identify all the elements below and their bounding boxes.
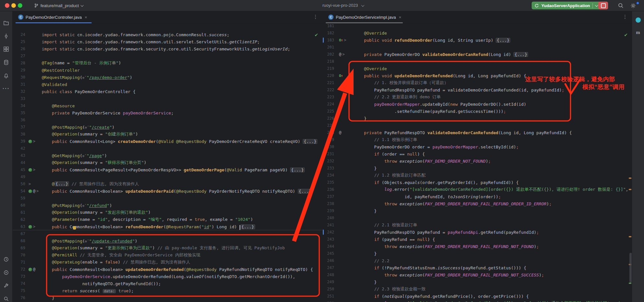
inspections-ok-check-icon[interactable]: ✔ <box>624 32 628 38</box>
code-line[interactable]: 202@> private PayDemoOrderDO validateDem… <box>322 51 632 58</box>
code-line[interactable]: 39> public CommonResult<Long> createDemo… <box>12 138 322 145</box>
code-line[interactable]: 218 <box>322 58 632 65</box>
run-configuration-button[interactable]: YudaoServerApplication <box>532 2 601 9</box>
code-line[interactable]: 248 throw exception(PAY_DEMO_ORDER_REFUN… <box>322 271 632 278</box>
code-line[interactable]: 71 @OperateLog(enable = false) // 禁用操作日志… <box>12 259 322 266</box>
code-line[interactable]: 233 } <box>322 165 632 172</box>
settings-gear-icon[interactable] <box>630 3 636 9</box>
code-line[interactable]: 241 // 2.1 校验退款订单 <box>322 221 632 229</box>
code-line[interactable]: 228@ private PayRefundRespDTO validateDe… <box>322 129 632 136</box>
code-line[interactable]: 37 @PostMapping(⊕ˇ"/create") <box>12 124 322 131</box>
code-line[interactable]: 27 <box>12 52 322 59</box>
folder-project-icon[interactable] <box>0 18 12 27</box>
code-line[interactable]: 25import static cn.iocoder.yudao.framewo… <box>12 38 322 45</box>
code-line[interactable]: 250 // 2.3 校验退款金额一致 <box>322 286 632 293</box>
project-title-widget[interactable]: ruoyi-vue-pro-2023 <box>304 3 382 8</box>
code-line[interactable]: 44 @Operation(summary = "获得示例订单分页") <box>12 159 322 166</box>
code-line[interactable]: 182 @Override <box>322 29 632 37</box>
tab-paydemoordercontroller[interactable]: C PayDemoOrderController.java × <box>15 11 90 23</box>
code-line[interactable]: 201 <box>322 44 632 51</box>
code-line[interactable]: 70 @PermitAll // 无需登录, 安全由 PayDemoOrderS… <box>12 252 322 259</box>
code-line[interactable]: 33 <box>12 95 322 102</box>
git-branch-widget[interactable]: feature/mall_product <box>34 2 83 9</box>
fold-arrow-icon[interactable]: > <box>33 139 35 144</box>
code-line[interactable]: 235 if (Objects.equals(order.getPayOrder… <box>322 179 632 186</box>
code-line[interactable]: 244 throw exception(PAY_DEMO_ORDER_REFUN… <box>322 243 632 250</box>
inspections-ok-check-icon[interactable]: ✔ <box>314 32 318 38</box>
code-line[interactable]: 243 if (payRefund == null) { <box>322 236 632 243</box>
code-line[interactable]: 54@> public CommonResult<Boolean> update… <box>12 188 322 195</box>
fold-arrow-icon[interactable]: > <box>28 182 31 186</box>
code-line[interactable]: 31@Validated <box>12 81 322 88</box>
search-icon[interactable] <box>618 3 624 8</box>
code-line[interactable]: 49 <box>12 173 322 180</box>
code-line[interactable]: 72@ public CommonResult<Boolean> updateD… <box>12 266 322 273</box>
annotated-marker-icon[interactable]: @ <box>339 52 341 57</box>
database-icon[interactable] <box>0 58 12 67</box>
code-line[interactable]: 239 } <box>322 207 632 214</box>
code-line[interactable]: 35 private PayDemoOrderService payDemoOr… <box>12 109 322 116</box>
code-line[interactable]: 240 <box>322 214 632 221</box>
code-line[interactable]: 234 // 1.2 校验退款订单匹配 <box>322 172 632 179</box>
code-line[interactable]: 247 if (!PayRefundStatusEnum.isSuccess(p… <box>322 264 632 271</box>
code-line[interactable]: 26import static cn.iocoder.yudao.framewo… <box>12 45 322 52</box>
code-line[interactable]: 237 id, payRefundId, toJsonString(order)… <box>322 193 632 200</box>
code-line[interactable]: 229 // 1.1 校验示例订单 <box>322 136 632 143</box>
code-line[interactable]: 227 <box>322 122 632 129</box>
code-line[interactable]: 232 throw exception(PAY_DEMO_ORDER_NOT_F… <box>322 157 632 165</box>
macos-close-button[interactable] <box>5 3 9 8</box>
code-line[interactable]: 59 <box>12 195 322 202</box>
maven-m-icon[interactable]: m <box>632 28 644 37</box>
endpoint-bean-icon[interactable] <box>28 168 32 172</box>
tab-options-kebab-icon[interactable]: ⋮ <box>623 14 627 20</box>
code-line[interactable]: 74 notifyReqDTO.getPayRefundId()); <box>12 280 322 287</box>
code-line[interactable]: 183O↑> public void refundDemoOrder(Long … <box>322 37 632 44</box>
code-line[interactable]: 223 // 2.2 更新退款单到 demo 订单 <box>322 93 632 101</box>
code-line[interactable]: 30@RequestMapping(⊕ˇ"/pay/demo-order") <box>12 74 322 81</box>
code-line[interactable]: 225 .setRefundTime(payRefund.getSuccessT… <box>322 108 632 115</box>
code-line[interactable]: 226 } <box>322 115 632 122</box>
endpoint-bean-icon[interactable] <box>28 189 32 193</box>
code-line[interactable]: 62 @Parameter(name = "id", description =… <box>12 216 322 223</box>
modules-icon[interactable] <box>0 45 12 54</box>
stop-button[interactable] <box>598 2 608 9</box>
endpoint-bean-icon[interactable] <box>28 225 32 229</box>
code-line[interactable]: 34 @Resource <box>12 102 322 109</box>
code-line[interactable]: 251 if (notEqual(payRefund.getRefundPric… <box>322 293 632 300</box>
code-line[interactable]: 28@Tag(name = "管理后台 - 示例订单") <box>12 59 322 67</box>
fold-arrow-icon[interactable]: > <box>342 52 345 57</box>
overrides-method-icon[interactable]: O↑ <box>339 74 343 78</box>
notifications-bell-icon[interactable] <box>0 71 12 80</box>
code-line[interactable]: 50> @{...} // 禁用操作日志, 因为没有操作人 <box>12 180 322 188</box>
build-wrench-icon[interactable] <box>0 281 12 290</box>
code-line[interactable]: 69 @Operation(summary = "更新示例订单为已退款") //… <box>12 244 322 252</box>
close-icon[interactable]: × <box>399 15 401 20</box>
code-line[interactable]: 246 // 2.2 <box>322 257 632 264</box>
code-line[interactable]: 238 throw exception(PAY_DEMO_ORDER_REFUN… <box>322 200 632 207</box>
code-line[interactable]: 73 payDemoOrderService.updateDemoOrderRe… <box>12 273 322 280</box>
assistant-teal-circle-icon[interactable] <box>632 16 644 25</box>
code-line[interactable]: 230 PayDemoOrderDO order = payDemoOrderM… <box>322 143 632 150</box>
code-line[interactable]: 63> public CommonResult<Boolean> refundD… <box>12 223 322 230</box>
code-line[interactable]: 249 } <box>322 278 632 286</box>
tab-paydemoorderserviceimpl[interactable]: C PayDemoOrderServiceImpl.java × <box>325 11 404 23</box>
code-line[interactable]: 242 PayRefundRespDTO payRefund = payRefu… <box>322 229 632 236</box>
editor-left[interactable]: 24import static cn.iocoder.yudao.framewo… <box>12 11 323 302</box>
code-line[interactable]: 60 @PutMapping(⊕ˇ"/refund") <box>12 202 322 209</box>
more-ellipsis-icon[interactable]: ··· <box>0 84 12 93</box>
code-line[interactable]: 43 @GetMapping(⊕ˇ"/page") <box>12 152 322 159</box>
code-line[interactable]: 231 if (order == null) { <box>322 150 632 157</box>
macos-minimize-button[interactable] <box>11 3 16 8</box>
code-line[interactable]: 29@RestController <box>12 67 322 74</box>
fold-arrow-icon[interactable]: > <box>33 167 35 172</box>
annotated-marker-icon[interactable]: @ <box>33 189 35 193</box>
intention-bulb-icon[interactable] <box>73 226 76 230</box>
code-line[interactable]: 76 } <box>12 294 322 301</box>
endpoint-bean-icon[interactable] <box>28 140 32 143</box>
fold-arrow-icon[interactable]: > <box>344 38 346 42</box>
code-line[interactable]: 24import static cn.iocoder.yudao.framewo… <box>12 31 322 38</box>
code-line[interactable]: 42 <box>12 145 322 152</box>
find-magnifier-icon[interactable] <box>0 294 12 302</box>
fold-arrow-icon[interactable]: > <box>33 224 35 229</box>
code-line[interactable]: 32public class PayDemoOrderController { <box>12 88 322 95</box>
